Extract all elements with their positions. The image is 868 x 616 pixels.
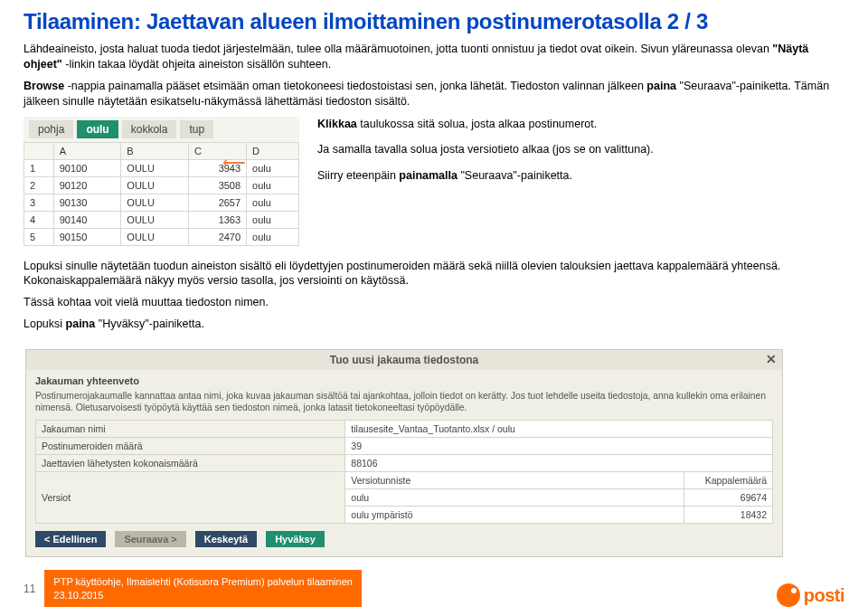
cell[interactable]: 2657 xyxy=(188,194,246,211)
hdr-a: A xyxy=(53,142,121,159)
table-row[interactable]: 2 90120 OULU 3508 oulu xyxy=(24,176,299,194)
para5-c: "Hyväksy"-painiketta. xyxy=(95,317,204,330)
para2-b: -nappia painamalla pääset etsimään oman … xyxy=(64,80,646,92)
cell[interactable]: oulu xyxy=(247,211,299,228)
tab-bar: pohja oulu kokkola tup xyxy=(24,117,299,142)
page-title: Tilaaminen: Jaettavan alueen ilmoittamin… xyxy=(24,9,844,34)
cell[interactable]: 2470 xyxy=(188,228,246,245)
lbl-postcount: Postinumeroiden määrä xyxy=(36,437,345,454)
cell[interactable]: 3943 xyxy=(188,159,246,176)
cell[interactable]: oulu xyxy=(247,228,299,245)
brand-logo: posti xyxy=(777,583,844,607)
ver1-qty: 69674 xyxy=(684,488,773,506)
footer-doc-title: PTP käyttöohje, Ilmaislehti (Kotisuora P… xyxy=(53,575,353,588)
para2-c: paina xyxy=(646,80,676,92)
hdr-c: C xyxy=(188,142,246,159)
instr2: Ja samalla tavalla solua josta versiotie… xyxy=(317,142,844,157)
footer-date: 23.10.2015 xyxy=(53,589,353,602)
cell[interactable]: 1 xyxy=(24,159,54,176)
cell[interactable]: 1363 xyxy=(188,211,246,228)
tab-tup[interactable]: tup xyxy=(180,120,213,138)
cell[interactable]: OULU xyxy=(121,228,189,245)
cell[interactable]: 3508 xyxy=(188,176,246,194)
close-icon[interactable]: ✕ xyxy=(766,352,777,366)
hdr-b: B xyxy=(121,142,189,159)
cell[interactable]: OULU xyxy=(121,176,189,194)
hdr-d: D xyxy=(247,142,299,159)
dialog-description: Postinumerojakaumalle kannattaa antaa ni… xyxy=(35,390,773,414)
ver2-name: oulu ympäristö xyxy=(345,506,684,523)
table-row[interactable]: 4 90140 OULU 1363 oulu xyxy=(24,211,299,228)
tab-kokkola[interactable]: kokkola xyxy=(122,120,177,138)
para5-a: Lopuksi xyxy=(24,317,66,330)
data-grid: A B C D 1 90100 OULU 3943 oulu 2 901 xyxy=(24,142,299,246)
instr3-a: Siirry eteenpäin xyxy=(317,169,399,182)
closing-text: Lopuksi sinulle näytetään tuodun aineist… xyxy=(24,259,844,333)
val-name[interactable]: tilausesite_Vantaa_Tuotanto.xlsx / oulu xyxy=(345,420,773,437)
para1-a: Lähdeaineisto, josta haluat tuoda tiedot… xyxy=(24,43,772,55)
instr1-bold: Klikkaa xyxy=(317,118,357,130)
table-row: Jaettavien lähetysten kokonaismäärä 8810… xyxy=(36,454,773,471)
para2-a: Browse xyxy=(24,80,64,92)
lbl-versions: Versiot xyxy=(36,471,345,523)
instructions: Klikkaa taulukossa sitä solua, josta alk… xyxy=(317,117,844,246)
intro-text: Lähdeaineisto, josta haluat tuoda tiedot… xyxy=(24,42,844,109)
para5-b: paina xyxy=(66,317,96,330)
instr3-c: "Seuraava"-painiketta. xyxy=(458,169,572,182)
hdr-qty: Kappalemäärä xyxy=(684,471,773,488)
cell[interactable]: 90150 xyxy=(53,228,121,245)
cell[interactable]: 90140 xyxy=(53,211,121,228)
cell[interactable]: 4 xyxy=(24,211,54,228)
val-total: 88106 xyxy=(345,454,773,471)
cell[interactable]: 5 xyxy=(24,228,54,245)
cell[interactable]: 2 xyxy=(24,176,54,194)
page-footer: 11 PTP käyttöohje, Ilmaislehti (Kotisuor… xyxy=(24,570,844,607)
summary-dialog: Tuo uusi jakauma tiedostona ✕ Jakauman y… xyxy=(25,349,783,557)
cell[interactable]: oulu xyxy=(247,194,299,211)
cell[interactable]: OULU xyxy=(121,211,189,228)
spreadsheet-preview: pohja oulu kokkola tup A B C D 1 9 xyxy=(24,117,299,246)
table-row: Jakauman nimi tilausesite_Vantaa_Tuotant… xyxy=(36,420,773,437)
cell[interactable]: 90100 xyxy=(53,159,121,176)
cell[interactable]: 3 xyxy=(24,194,54,211)
cell[interactable]: OULU xyxy=(121,159,189,176)
table-row[interactable]: 3 90130 OULU 2657 oulu xyxy=(24,194,299,211)
hdr-versionid: Versiotunniste xyxy=(345,471,684,488)
table-row[interactable]: 1 90100 OULU 3943 oulu xyxy=(24,159,299,176)
header-row: A B C D xyxy=(24,142,299,159)
page-number: 11 xyxy=(24,583,35,595)
logo-text: posti xyxy=(804,585,844,606)
tab-oulu[interactable]: oulu xyxy=(77,120,118,138)
val-postcount: 39 xyxy=(345,437,773,454)
hdr-blank xyxy=(24,142,54,159)
instr3-b: painamalla xyxy=(399,169,458,182)
footer-block: PTP käyttöohje, Ilmaislehti (Kotisuora P… xyxy=(44,570,362,607)
accept-button[interactable]: Hyväksy xyxy=(266,531,325,547)
table-row[interactable]: 5 90150 OULU 2470 oulu xyxy=(24,228,299,245)
tab-pohja[interactable]: pohja xyxy=(29,120,73,138)
cell[interactable]: 90130 xyxy=(53,194,121,211)
next-button[interactable]: Seuraava > xyxy=(115,531,185,547)
para3: Lopuksi sinulle näytetään tuodun aineist… xyxy=(24,259,844,289)
summary-table: Jakauman nimi tilausesite_Vantaa_Tuotant… xyxy=(35,420,773,524)
para1-c: -linkin takaa löydät ohjeita aineiston s… xyxy=(62,58,331,71)
prev-button[interactable]: < Edellinen xyxy=(35,531,106,547)
ver2-qty: 18432 xyxy=(684,506,773,523)
dialog-title-bar: Tuo uusi jakauma tiedostona ✕ xyxy=(26,350,782,370)
instr1-rest: taulukossa sitä solua, josta alkaa posti… xyxy=(357,118,597,130)
lbl-name: Jakauman nimi xyxy=(36,420,345,437)
dialog-subtitle: Jakauman yhteenveto xyxy=(35,375,773,386)
cancel-button[interactable]: Keskeytä xyxy=(195,531,257,547)
table-row: Versiot Versiotunniste Kappalemäärä xyxy=(36,471,773,488)
logo-icon xyxy=(777,583,800,607)
para4: Tässä kohtaa voit vielä muuttaa tiedosto… xyxy=(24,295,844,310)
table-row: Postinumeroiden määrä 39 xyxy=(36,437,773,454)
lbl-total: Jaettavien lähetysten kokonaismäärä xyxy=(36,454,345,471)
cell[interactable]: OULU xyxy=(121,194,189,211)
ver1-name: oulu xyxy=(345,488,684,506)
cell[interactable]: oulu xyxy=(247,159,299,176)
dialog-title: Tuo uusi jakauma tiedostona xyxy=(330,354,478,366)
dialog-button-row: < Edellinen Seuraava > Keskeytä Hyväksy xyxy=(35,531,773,547)
cell[interactable]: 90120 xyxy=(53,176,121,194)
cell[interactable]: oulu xyxy=(247,176,299,194)
